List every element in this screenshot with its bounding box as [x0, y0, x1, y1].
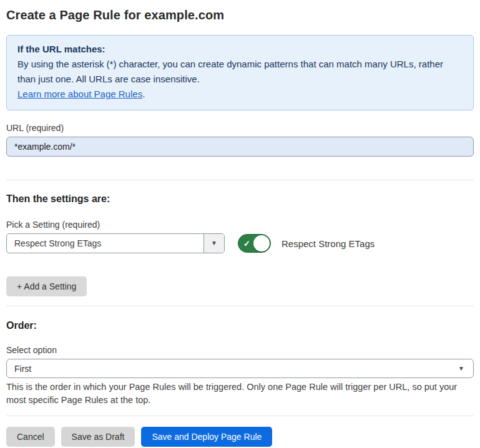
- setting-select-arrow-button[interactable]: ▼: [203, 234, 224, 253]
- info-box-body-text: By using the asterisk (*) character, you…: [17, 59, 443, 84]
- save-draft-button[interactable]: Save as Draft: [61, 427, 135, 447]
- order-help-text: This is the order in which your Page Rul…: [6, 381, 474, 407]
- info-box-body: By using the asterisk (*) character, you…: [17, 57, 463, 87]
- order-select-value: First: [7, 359, 458, 377]
- settings-heading: Then the settings are:: [6, 193, 474, 205]
- chevron-down-icon: ▼: [211, 240, 217, 246]
- toggle-knob: [253, 235, 270, 251]
- link-period: .: [142, 89, 145, 99]
- add-setting-button[interactable]: + Add a Setting: [6, 276, 87, 296]
- chevron-down-icon: ▼: [458, 366, 464, 372]
- url-label: URL (required): [6, 123, 474, 133]
- url-input[interactable]: [6, 137, 474, 157]
- info-box-heading: If the URL matches:: [17, 42, 463, 57]
- setting-row: Respect Strong ETags ▼ ✓ Respect Strong …: [6, 233, 474, 253]
- etag-toggle[interactable]: ✓: [238, 234, 271, 253]
- order-arrow-wrap: ▼: [458, 359, 473, 377]
- setting-select-value: Respect Strong ETags: [7, 234, 203, 253]
- url-match-info-box: If the URL matches: By using the asteris…: [6, 35, 474, 110]
- setting-picker-label: Pick a Setting (required): [6, 220, 474, 230]
- divider-footer: [6, 416, 474, 416]
- info-box-link-line: Learn more about Page Rules.: [17, 87, 463, 102]
- order-select-label: Select option: [6, 345, 474, 355]
- save-deploy-button[interactable]: Save and Deploy Page Rule: [141, 427, 272, 447]
- divider-settings-order: [6, 306, 474, 306]
- order-heading: Order:: [6, 320, 474, 331]
- check-icon: ✓: [243, 239, 250, 248]
- page-title: Create a Page Rule for example.com: [6, 0, 474, 22]
- divider-url-settings: [6, 180, 474, 180]
- page-rule-form: Create a Page Rule for example.com If th…: [0, 0, 480, 447]
- learn-more-link[interactable]: Learn more about Page Rules: [17, 89, 142, 99]
- toggle-label: Respect Strong ETags: [282, 238, 375, 249]
- cancel-button[interactable]: Cancel: [6, 427, 55, 447]
- footer-actions: Cancel Save as Draft Save and Deploy Pag…: [6, 427, 474, 447]
- order-select[interactable]: First ▼: [6, 359, 474, 378]
- setting-select[interactable]: Respect Strong ETags ▼: [6, 233, 225, 253]
